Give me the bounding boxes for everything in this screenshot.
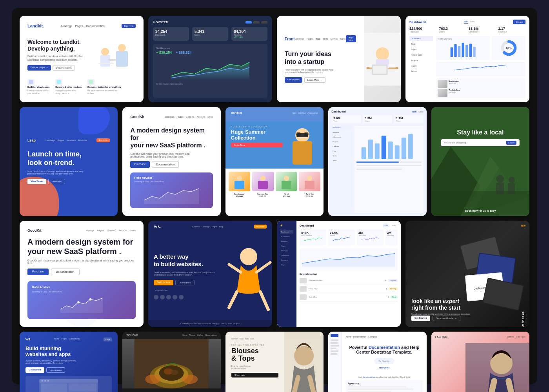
goodkit2-logo: GoodKit — [27, 229, 42, 232]
svg-rect-46 — [408, 134, 413, 159]
goodkit1-card[interactable]: GoodKit LandingsPagesGoodKitAccountDocs … — [122, 107, 220, 216]
map-label: Tel-Mer Visitors / Demographic — [156, 83, 264, 85]
webapp-secondary-btn[interactable]: Learn more — [46, 367, 65, 373]
dashboard-light-card[interactable]: Dashboard Total Sales Create $24,500 Tot… — [405, 16, 529, 102]
webapp-hero-title: Build stunningwebsites and apps — [25, 345, 112, 357]
stay-local-card[interactable]: Stay like a local Where are you going? S… — [431, 107, 529, 216]
front-nav-btn[interactable]: Buy Now — [346, 35, 356, 42]
summer-product-1[interactable]: Beach Wear $24.00 — [229, 172, 250, 213]
blob-blue — [78, 107, 110, 134]
docs-nav-2[interactable]: Documentation — [353, 336, 367, 338]
ark-btn[interactable]: Buy Now — [254, 225, 267, 229]
launch-primary-btn[interactable]: View Demo — [27, 179, 46, 184]
svg-point-56 — [77, 301, 79, 303]
dashboard-dark-logo: ≡ SYSTEM — [153, 20, 169, 24]
svg-rect-32 — [235, 181, 244, 189]
ark-illustration — [225, 232, 272, 320]
touche-card[interactable]: TOUCHÉ HomeMenusGalleryReservations — [122, 332, 220, 392]
goodkit1-logo: GoodKit — [130, 115, 144, 119]
feature-title-2: Designed to be modern — [55, 86, 82, 88]
goodkit2-primary-btn[interactable]: Purchase — [27, 269, 49, 275]
docs-card[interactable]: Home Documentation Examples Powerful Doc… — [328, 332, 426, 392]
landkit-nav-btn[interactable]: Buy Now — [122, 24, 136, 28]
falcon-stat-3: 2M Total Visits — [357, 229, 384, 245]
stay-local-search-placeholder: Where are you going? — [444, 142, 467, 144]
feature-design: Designed to be modern Designed with the … — [55, 79, 82, 94]
svg-line-60 — [260, 292, 268, 309]
goodkit1-primary-btn[interactable]: Purchase — [130, 161, 150, 168]
landkit-primary-btn[interactable]: View all pages → — [27, 65, 51, 71]
summer-card[interactable]: darielle NewClothingAccessories HUGE SUM… — [225, 107, 324, 216]
launch-card[interactable]: Leap LandingsPagesFeaturesPortfolio Port… — [20, 107, 118, 216]
docs-search-placeholder[interactable]: Search... — [382, 360, 390, 362]
goodkit2-card[interactable]: GoodKit LandingsPagesGoodKitAccountDocs … — [20, 221, 144, 327]
goodkit1-hero-title: A modern design system foryour new SaaS … — [130, 127, 213, 149]
metric-conv: 38.1% Conversion — [469, 27, 496, 33]
robo-title: Robo Advisor — [32, 286, 131, 289]
stay-local-search-btn[interactable]: Search — [506, 141, 516, 145]
dash-right-btn[interactable]: Create — [513, 20, 525, 24]
analytics-sidebar: Dashboard Analytics eCommerce Projects C… — [331, 126, 353, 213]
feature-desc-1: Landkit is built-in-first soyour workflo… — [27, 89, 49, 94]
svg-point-89 — [294, 346, 314, 365]
falcon-row-thumb-3 — [300, 294, 307, 300]
row-4: WA HomePagesComponents Docs Build stunni… — [20, 332, 529, 392]
ark-primary-btn[interactable]: Build for free — [154, 280, 173, 285]
webapp-nav-btn[interactable]: Docs — [104, 338, 112, 341]
front-primary-btn[interactable]: Get Started — [285, 77, 302, 83]
analytics-card[interactable]: Dashboard Total Sales 9.6M Visits 9.3M — [328, 107, 426, 216]
front-card[interactable]: Front LandingsPagesBlogShopDemosDocs Buy… — [277, 16, 401, 102]
falcon-card[interactable]: ⚡ Dashboard eCommerce Analytics Pages RT… — [277, 221, 401, 327]
goodkit1-secondary-btn[interactable]: Documentation — [152, 161, 179, 168]
svg-rect-0 — [100, 55, 110, 67]
landkit-secondary-btn[interactable]: Documentation — [53, 65, 75, 71]
goodkit2-secondary-btn[interactable]: Documentation — [51, 269, 80, 275]
docs-nav-1[interactable]: Home — [346, 336, 351, 338]
webapp-primary-btn[interactable]: Get started — [25, 367, 44, 373]
launch-secondary-btn[interactable]: Portfolios — [48, 179, 65, 184]
summer-product-4[interactable]: Tank Top $15.00 — [299, 172, 320, 213]
blouses-btn[interactable]: Shop Now — [231, 373, 278, 377]
expert-card[interactable]: Dashboard look like an expertright from … — [405, 221, 529, 327]
svg-rect-19 — [462, 43, 464, 57]
webapp-card[interactable]: WA HomePagesComponents Docs Build stunni… — [20, 332, 118, 392]
svg-rect-40 — [368, 140, 373, 159]
svg-rect-38 — [305, 181, 314, 189]
svg-rect-5 — [98, 63, 114, 64]
ark-secondary-btn[interactable]: Learn more — [175, 280, 195, 285]
falcon-stat-1: $47K Gross Revenue — [300, 229, 326, 245]
summer-product-2[interactable]: Summer Top $18.00 — [252, 172, 274, 213]
expert-btn2[interactable]: Template Builder → — [433, 316, 460, 321]
svg-rect-16 — [451, 47, 453, 57]
touche-logo: TOUCHÉ — [126, 334, 138, 337]
feature-icon-1 — [27, 79, 35, 85]
denim-card[interactable]: FASHION WomenMenSale DenimJackets Explor… — [431, 332, 529, 392]
summer-product-3[interactable]: Floral $32.00 — [276, 172, 297, 213]
docs-sidebar — [328, 332, 342, 392]
blouses-image — [284, 332, 324, 392]
landkit-nav: LandingsPagesDocumentation — [61, 25, 104, 27]
docs-sidebar-logo — [331, 334, 338, 337]
falcon-row-thumb-2 — [300, 286, 307, 292]
stat-value-1: 34,254 — [155, 29, 187, 34]
dashboard-dark-card[interactable]: ≡ SYSTEM 34,254 Dashboard — [148, 16, 272, 102]
blouses-desc: Find the latest fashiontrends and styles — [231, 365, 278, 370]
blouses-card[interactable]: WomenMenKidsSale FOR ALL TIME FAVORITES … — [225, 332, 324, 392]
metric-orders: 763.3 Orders — [439, 27, 467, 33]
summer-btn[interactable]: Shop Now — [231, 143, 283, 147]
ark-card[interactable]: Ark. BusinessLandingsPagesBlog Buy Now A… — [148, 221, 272, 327]
svg-rect-27 — [293, 141, 312, 165]
launch-hero-title: Launch on time,look on-trend. — [27, 150, 110, 167]
front-secondary-btn[interactable]: Learn More → — [304, 77, 325, 83]
docs-nav-3[interactable]: Examples — [368, 336, 377, 338]
launch-nav-btn[interactable]: Portfolio — [96, 138, 110, 142]
summer-logo: darielle — [231, 111, 242, 114]
stat-card-3: $4,304 Revenue +22.14% — [231, 27, 267, 41]
svg-rect-6 — [29, 80, 33, 84]
landkit-card[interactable]: Landkit. LandingsPagesDocumentation Buy … — [20, 16, 144, 102]
expert-btn1[interactable]: Get Started — [411, 316, 430, 321]
feature-desc-2: Designed with the latestdesign trends in — [55, 89, 82, 94]
chart-val1: + $38,254 — [156, 51, 172, 54]
svg-rect-78 — [69, 383, 96, 392]
chart-val2: + $88,524 — [176, 51, 191, 54]
